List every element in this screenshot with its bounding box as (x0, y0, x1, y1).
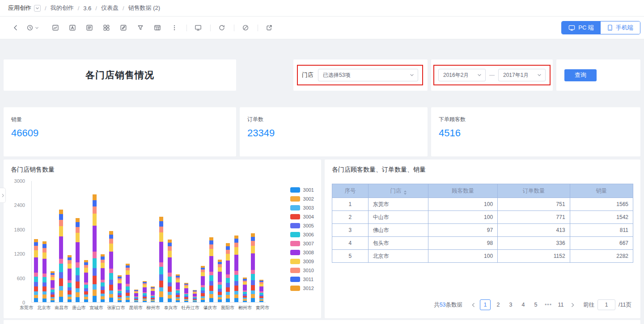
stacked-bar[interactable] (251, 233, 255, 302)
stacked-bar[interactable] (168, 240, 172, 302)
stacked-bar[interactable] (234, 236, 238, 302)
legend-item[interactable]: 3012 (290, 286, 314, 291)
stacked-bar[interactable] (193, 290, 197, 302)
goto-page-input[interactable] (597, 299, 615, 310)
legend-item[interactable]: 3005 (290, 223, 314, 228)
stacked-bar[interactable] (243, 278, 247, 302)
bar-segment (226, 261, 230, 275)
legend-item[interactable]: 3002 (290, 196, 314, 202)
stacked-bar[interactable] (101, 254, 105, 302)
table-icon[interactable] (152, 22, 163, 34)
bar-segment (34, 298, 38, 302)
text-widget-icon[interactable] (67, 22, 78, 34)
stacked-bar[interactable] (184, 283, 188, 302)
legend-item[interactable]: 3010 (290, 268, 314, 273)
note-widget-icon[interactable] (84, 22, 95, 34)
legend-item[interactable]: 3009 (290, 259, 314, 264)
stacked-bar[interactable] (209, 237, 213, 302)
page-number[interactable]: 4 (518, 299, 528, 310)
bar-segment (226, 250, 230, 254)
stacked-bar[interactable] (84, 260, 88, 302)
stacked-bar[interactable] (176, 274, 180, 302)
column-header[interactable]: 门店 (368, 184, 428, 198)
chart-widget-icon[interactable] (50, 22, 61, 34)
stacked-bar[interactable] (259, 280, 263, 302)
pc-view-button[interactable]: PC 端 (562, 21, 601, 34)
back-icon[interactable] (10, 22, 21, 34)
widgets-icon[interactable] (101, 22, 112, 34)
legend-item[interactable]: 3001 (290, 187, 314, 193)
stacked-bar[interactable] (226, 243, 230, 302)
panel-expand-button[interactable] (0, 188, 6, 203)
bar-segment (34, 277, 38, 282)
breadcrumb-item[interactable]: 3.6 (83, 5, 91, 12)
share-icon[interactable] (263, 22, 275, 34)
chevron-down-icon[interactable] (35, 26, 39, 30)
legend-item[interactable]: 3004 (290, 214, 314, 219)
breadcrumb-item[interactable]: 仪表盘 (101, 4, 119, 12)
stacked-bar[interactable] (59, 210, 63, 302)
preview-icon[interactable] (192, 22, 204, 34)
stacked-bar[interactable] (218, 260, 222, 302)
stacked-bar[interactable] (42, 241, 47, 302)
prev-page-icon[interactable] (469, 299, 478, 310)
metric-card-customers[interactable]: 下单顾客数 4516 (431, 107, 640, 156)
page-number[interactable]: 5 (531, 299, 541, 310)
table-row[interactable]: 2中山市1007711542 (332, 211, 633, 224)
chevron-down-icon[interactable] (34, 5, 41, 12)
stacked-bar[interactable] (34, 239, 38, 302)
mobile-view-button[interactable]: 手机端 (601, 21, 640, 34)
total-count: 53 (440, 302, 446, 308)
query-button[interactable]: 查询 (564, 69, 597, 81)
legend-item[interactable]: 3007 (290, 241, 314, 246)
history-icon[interactable] (24, 22, 36, 34)
end-date-select[interactable]: 2017年1月 (498, 69, 546, 81)
next-page-icon[interactable] (568, 299, 577, 310)
stacked-bar[interactable] (201, 266, 205, 302)
column-header[interactable]: 订单数量 (498, 184, 570, 198)
edit-form-icon[interactable] (118, 22, 129, 34)
stacked-bar[interactable] (143, 281, 147, 302)
breadcrumb-item[interactable]: 我的创作 (51, 4, 74, 12)
stacked-bar[interactable] (51, 271, 55, 302)
stacked-bar[interactable] (151, 286, 155, 302)
stacked-bar[interactable] (109, 231, 113, 302)
more-icon[interactable] (169, 22, 180, 34)
page-number[interactable]: 11 (556, 299, 566, 310)
bar-segment (159, 232, 163, 242)
legend-item[interactable]: 3006 (290, 232, 314, 237)
legend-item[interactable]: 3011 (290, 277, 314, 282)
stacked-bar[interactable] (159, 217, 163, 302)
refresh-icon[interactable] (216, 22, 228, 34)
table-row[interactable]: 4包头市98336667 (332, 237, 633, 250)
stacked-bar[interactable] (76, 218, 80, 302)
bar-segment (101, 299, 105, 302)
filter-icon[interactable] (135, 22, 146, 34)
start-date-select[interactable]: 2016年2月 (438, 69, 486, 81)
table-row[interactable]: 5北京市10011522282 (332, 250, 633, 263)
stacked-bar[interactable] (68, 255, 72, 302)
sort-icon[interactable] (404, 190, 407, 195)
legend-item[interactable]: 3008 (290, 250, 314, 255)
legend-item[interactable]: 3003 (290, 205, 314, 210)
table-row[interactable]: 3佛山市97413811 (332, 224, 633, 237)
bar-segment (201, 300, 205, 302)
column-header[interactable]: 序号 (332, 184, 369, 198)
store-select[interactable]: 已选择53项 (318, 69, 418, 81)
bar-segment (218, 264, 222, 267)
page-number[interactable]: 1 (480, 299, 491, 310)
breadcrumb-app-menu[interactable]: 应用创作 (8, 4, 41, 12)
stacked-bar[interactable] (126, 264, 130, 302)
table-row[interactable]: 1东莞市1007511565 (332, 198, 633, 211)
clear-icon[interactable] (240, 22, 251, 34)
page-number[interactable]: 3 (506, 299, 516, 310)
column-header[interactable]: 销量 (570, 184, 633, 198)
column-header[interactable]: 顾客数量 (428, 184, 498, 198)
stacked-bar[interactable] (93, 194, 97, 302)
breadcrumb-item[interactable]: 销售数据 (2) (128, 4, 161, 12)
metric-card-orders[interactable]: 订单数 23349 (240, 107, 428, 156)
page-number[interactable]: 2 (493, 299, 503, 310)
stacked-bar[interactable] (134, 290, 138, 302)
metric-card-sales[interactable]: 销量 46609 (4, 107, 236, 156)
stacked-bar[interactable] (118, 275, 122, 302)
